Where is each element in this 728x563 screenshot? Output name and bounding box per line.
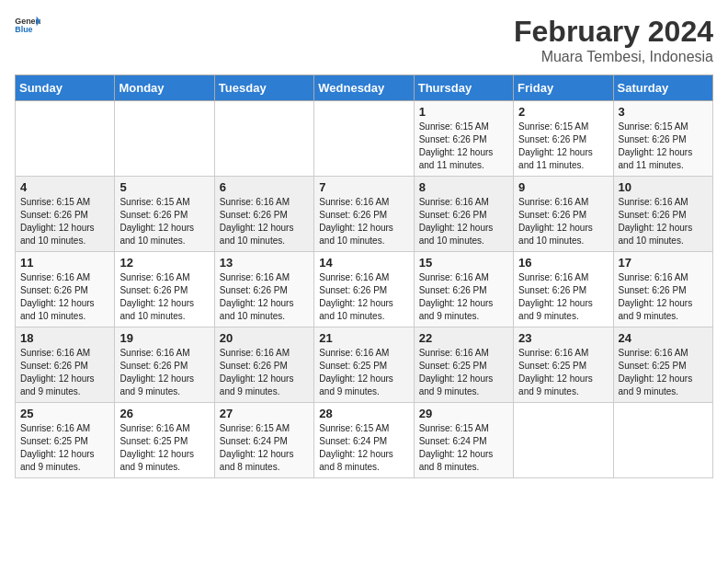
day-info: Sunrise: 6:16 AM Sunset: 6:26 PM Dayligh… [20, 271, 109, 323]
day-number: 21 [319, 331, 408, 345]
day-number: 1 [419, 105, 508, 119]
week-row-1: 1Sunrise: 6:15 AM Sunset: 6:26 PM Daylig… [16, 101, 713, 177]
day-number: 12 [119, 256, 209, 270]
day-number: 6 [220, 180, 309, 194]
week-row-4: 18Sunrise: 6:16 AM Sunset: 6:26 PM Dayli… [16, 327, 713, 403]
day-info: Sunrise: 6:15 AM Sunset: 6:24 PM Dayligh… [319, 422, 408, 474]
day-info: Sunrise: 6:16 AM Sunset: 6:26 PM Dayligh… [419, 196, 508, 247]
calendar-cell [16, 101, 115, 177]
day-info: Sunrise: 6:15 AM Sunset: 6:24 PM Dayligh… [220, 422, 309, 474]
day-number: 7 [319, 180, 408, 194]
calendar-header-row: SundayMondayTuesdayWednesdayThursdayFrid… [16, 75, 713, 101]
calendar-cell: 22Sunrise: 6:16 AM Sunset: 6:25 PM Dayli… [414, 327, 513, 403]
day-info: Sunrise: 6:16 AM Sunset: 6:26 PM Dayligh… [518, 196, 608, 247]
calendar-cell: 27Sunrise: 6:15 AM Sunset: 6:24 PM Dayli… [214, 403, 313, 478]
day-info: Sunrise: 6:16 AM Sunset: 6:25 PM Dayligh… [518, 347, 608, 398]
day-number: 16 [518, 256, 608, 270]
title-area: February 2024 Muara Tembesi, Indonesia [514, 15, 713, 65]
day-number: 18 [20, 331, 109, 345]
calendar-cell: 16Sunrise: 6:16 AM Sunset: 6:26 PM Dayli… [514, 252, 613, 327]
day-header-thursday: Thursday [414, 75, 513, 101]
calendar-cell: 12Sunrise: 6:16 AM Sunset: 6:26 PM Dayli… [115, 252, 214, 327]
day-info: Sunrise: 6:16 AM Sunset: 6:26 PM Dayligh… [619, 196, 708, 247]
day-info: Sunrise: 6:16 AM Sunset: 6:26 PM Dayligh… [319, 271, 408, 323]
day-number: 9 [518, 180, 608, 194]
day-number: 27 [220, 407, 309, 420]
calendar-cell [115, 101, 214, 177]
day-header-wednesday: Wednesday [314, 75, 414, 101]
day-info: Sunrise: 6:15 AM Sunset: 6:26 PM Dayligh… [20, 196, 109, 247]
day-number: 19 [119, 331, 209, 345]
day-info: Sunrise: 6:15 AM Sunset: 6:26 PM Dayligh… [518, 121, 608, 172]
day-info: Sunrise: 6:15 AM Sunset: 6:26 PM Dayligh… [419, 121, 508, 172]
header: General Blue February 2024 Muara Tembesi… [15, 15, 713, 65]
calendar-cell: 18Sunrise: 6:16 AM Sunset: 6:26 PM Dayli… [16, 327, 115, 403]
day-info: Sunrise: 6:16 AM Sunset: 6:26 PM Dayligh… [419, 271, 508, 323]
day-number: 26 [119, 407, 209, 420]
day-info: Sunrise: 6:16 AM Sunset: 6:25 PM Dayligh… [119, 422, 209, 474]
calendar-cell [613, 403, 712, 478]
calendar-cell: 28Sunrise: 6:15 AM Sunset: 6:24 PM Dayli… [314, 403, 414, 478]
day-number: 28 [319, 407, 408, 420]
day-info: Sunrise: 6:16 AM Sunset: 6:26 PM Dayligh… [319, 196, 408, 247]
day-header-friday: Friday [514, 75, 613, 101]
logo: General Blue [15, 15, 40, 35]
calendar-cell: 20Sunrise: 6:16 AM Sunset: 6:26 PM Dayli… [214, 327, 313, 403]
day-info: Sunrise: 6:16 AM Sunset: 6:26 PM Dayligh… [20, 347, 109, 398]
day-header-saturday: Saturday [613, 75, 712, 101]
calendar-cell: 8Sunrise: 6:16 AM Sunset: 6:26 PM Daylig… [414, 177, 513, 252]
calendar-cell: 26Sunrise: 6:16 AM Sunset: 6:25 PM Dayli… [115, 403, 214, 478]
day-header-tuesday: Tuesday [214, 75, 313, 101]
day-info: Sunrise: 6:16 AM Sunset: 6:26 PM Dayligh… [220, 347, 309, 398]
day-info: Sunrise: 6:16 AM Sunset: 6:25 PM Dayligh… [319, 347, 408, 398]
calendar-cell: 24Sunrise: 6:16 AM Sunset: 6:25 PM Dayli… [613, 327, 712, 403]
calendar-cell: 6Sunrise: 6:16 AM Sunset: 6:26 PM Daylig… [214, 177, 313, 252]
day-info: Sunrise: 6:16 AM Sunset: 6:26 PM Dayligh… [518, 271, 608, 323]
week-row-3: 11Sunrise: 6:16 AM Sunset: 6:26 PM Dayli… [16, 252, 713, 327]
calendar-cell [214, 101, 313, 177]
day-number: 10 [619, 180, 708, 194]
page-title: February 2024 [514, 15, 713, 49]
logo-icon: General Blue [15, 15, 40, 35]
calendar-cell: 17Sunrise: 6:16 AM Sunset: 6:26 PM Dayli… [613, 252, 712, 327]
day-header-monday: Monday [115, 75, 214, 101]
day-number: 22 [419, 331, 508, 345]
calendar-cell [314, 101, 414, 177]
day-number: 15 [419, 256, 508, 270]
calendar-cell: 11Sunrise: 6:16 AM Sunset: 6:26 PM Dayli… [16, 252, 115, 327]
day-info: Sunrise: 6:16 AM Sunset: 6:26 PM Dayligh… [220, 271, 309, 323]
calendar-cell: 5Sunrise: 6:15 AM Sunset: 6:26 PM Daylig… [115, 177, 214, 252]
day-info: Sunrise: 6:15 AM Sunset: 6:26 PM Dayligh… [119, 196, 209, 247]
day-info: Sunrise: 6:16 AM Sunset: 6:25 PM Dayligh… [419, 347, 508, 398]
day-number: 13 [220, 256, 309, 270]
calendar-cell: 9Sunrise: 6:16 AM Sunset: 6:26 PM Daylig… [514, 177, 613, 252]
calendar-cell: 13Sunrise: 6:16 AM Sunset: 6:26 PM Dayli… [214, 252, 313, 327]
day-number: 17 [619, 256, 708, 270]
calendar-cell: 19Sunrise: 6:16 AM Sunset: 6:26 PM Dayli… [115, 327, 214, 403]
day-number: 20 [220, 331, 309, 345]
calendar-cell: 3Sunrise: 6:15 AM Sunset: 6:26 PM Daylig… [613, 101, 712, 177]
calendar-cell: 25Sunrise: 6:16 AM Sunset: 6:25 PM Dayli… [16, 403, 115, 478]
calendar-body: 1Sunrise: 6:15 AM Sunset: 6:26 PM Daylig… [16, 101, 713, 478]
calendar-cell: 15Sunrise: 6:16 AM Sunset: 6:26 PM Dayli… [414, 252, 513, 327]
day-number: 8 [419, 180, 508, 194]
calendar-cell: 29Sunrise: 6:15 AM Sunset: 6:24 PM Dayli… [414, 403, 513, 478]
day-info: Sunrise: 6:16 AM Sunset: 6:26 PM Dayligh… [119, 347, 209, 398]
calendar-cell: 7Sunrise: 6:16 AM Sunset: 6:26 PM Daylig… [314, 177, 414, 252]
svg-text:Blue: Blue [15, 25, 32, 34]
calendar-cell: 2Sunrise: 6:15 AM Sunset: 6:26 PM Daylig… [514, 101, 613, 177]
day-number: 25 [20, 407, 109, 420]
day-info: Sunrise: 6:16 AM Sunset: 6:26 PM Dayligh… [220, 196, 309, 247]
day-number: 14 [319, 256, 408, 270]
day-number: 11 [20, 256, 109, 270]
day-number: 2 [518, 105, 608, 119]
week-row-5: 25Sunrise: 6:16 AM Sunset: 6:25 PM Dayli… [16, 403, 713, 478]
calendar-cell: 10Sunrise: 6:16 AM Sunset: 6:26 PM Dayli… [613, 177, 712, 252]
calendar-cell: 14Sunrise: 6:16 AM Sunset: 6:26 PM Dayli… [314, 252, 414, 327]
day-number: 3 [619, 105, 708, 119]
calendar-cell: 4Sunrise: 6:15 AM Sunset: 6:26 PM Daylig… [16, 177, 115, 252]
calendar-cell: 21Sunrise: 6:16 AM Sunset: 6:25 PM Dayli… [314, 327, 414, 403]
day-number: 29 [419, 407, 508, 420]
day-number: 5 [119, 180, 209, 194]
calendar-cell: 23Sunrise: 6:16 AM Sunset: 6:25 PM Dayli… [514, 327, 613, 403]
